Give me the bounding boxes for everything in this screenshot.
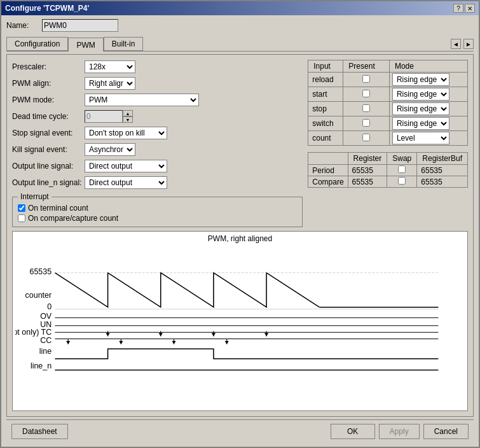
period-swap-checkbox[interactable] bbox=[398, 165, 406, 173]
pwm-mode-row: PWM mode: PWM bbox=[12, 93, 303, 107]
period-registerbuf: 65535 bbox=[417, 165, 468, 176]
output-line-n-select[interactable]: Direct output bbox=[85, 176, 167, 189]
signal-mode-switch: Rising edge bbox=[389, 116, 467, 131]
signal-col-mode: Mode bbox=[389, 60, 467, 73]
signal-col-present: Present bbox=[343, 60, 390, 73]
signal-table: Input Present Mode reload Rising edge bbox=[308, 60, 468, 146]
main-panel: Prescaler: 128x PWM align: Right align P… bbox=[6, 54, 474, 417]
name-label: Name: bbox=[6, 21, 38, 30]
wf-line-signal bbox=[55, 349, 438, 359]
main-window: Configure 'TCPWM_P4' ? ✕ Name: Configura… bbox=[0, 0, 480, 448]
count-checkbox[interactable] bbox=[362, 134, 370, 141]
signal-mode-start: Rising edge bbox=[389, 87, 467, 102]
output-line-row: Output line signal: Direct output bbox=[12, 159, 303, 173]
tab-configuration[interactable]: Configuration bbox=[6, 37, 68, 51]
footer-right: OK Apply Cancel bbox=[331, 424, 469, 439]
prescaler-label: Prescaler: bbox=[12, 62, 82, 71]
kill-signal-select[interactable]: Asynchronous bbox=[85, 143, 135, 156]
register-table: Register Swap RegisterBuf Period 65535 6… bbox=[308, 152, 468, 188]
datasheet-button[interactable]: Datasheet bbox=[11, 424, 68, 439]
prescaler-row: Prescaler: 128x bbox=[12, 60, 303, 74]
signal-col-input: Input bbox=[308, 60, 343, 73]
apply-button[interactable]: Apply bbox=[379, 424, 420, 439]
wf-tc-arrow-4 bbox=[264, 333, 268, 336]
tab-prev-button[interactable]: ◄ bbox=[451, 39, 461, 49]
stop-signal-select[interactable]: Don't stop on kill bbox=[85, 127, 167, 139]
wf-tc-arrow-1 bbox=[106, 333, 109, 336]
cancel-button[interactable]: Cancel bbox=[423, 424, 469, 439]
interrupt-legend: Interrupt bbox=[18, 192, 51, 201]
title-bar-buttons: ? ✕ bbox=[453, 4, 475, 13]
dead-time-down-button[interactable]: ▼ bbox=[123, 116, 133, 123]
wf-label-zero: 0 bbox=[47, 302, 51, 311]
right-section: Input Present Mode reload Rising edge bbox=[308, 60, 468, 227]
ok-button[interactable]: OK bbox=[331, 424, 375, 439]
wf-label-counter: counter bbox=[25, 291, 52, 300]
prescaler-select[interactable]: 128x bbox=[85, 60, 135, 73]
start-mode-select[interactable]: Rising edge bbox=[392, 88, 449, 101]
pwm-align-label: PWM align: bbox=[12, 79, 82, 88]
switch-checkbox[interactable] bbox=[362, 119, 370, 127]
compare-label: Compare bbox=[308, 176, 348, 188]
waveform-canvas: 65535 counter 0 OV UN (interrupt only) T… bbox=[15, 246, 465, 379]
output-line-select[interactable]: Direct output bbox=[85, 160, 167, 172]
signal-present-stop bbox=[343, 102, 390, 116]
table-row: switch Rising edge bbox=[308, 116, 468, 131]
terminal-count-label: On terminal count bbox=[28, 204, 88, 213]
wf-tc-arrow-3 bbox=[212, 333, 216, 336]
signal-input-start: start bbox=[308, 87, 343, 102]
signal-input-count: count bbox=[308, 131, 343, 146]
interrupt-group: Interrupt On terminal count On compare/c… bbox=[12, 192, 303, 227]
period-register: 65535 bbox=[348, 165, 387, 176]
waveform-svg: 65535 counter 0 OV UN (interrupt only) T… bbox=[15, 246, 465, 379]
reg-col-registerbuf: RegisterBuf bbox=[417, 153, 468, 165]
help-button[interactable]: ? bbox=[453, 4, 463, 13]
count-mode-select[interactable]: Level bbox=[392, 132, 449, 144]
pwm-mode-select[interactable]: PWM bbox=[85, 94, 199, 106]
kill-signal-row: Kill signal event: Asynchronous bbox=[12, 143, 303, 157]
tab-nav: ◄ ► bbox=[451, 39, 474, 49]
signal-present-reload bbox=[343, 73, 390, 87]
wf-label-cc: CC bbox=[40, 336, 51, 345]
close-button[interactable]: ✕ bbox=[465, 4, 475, 13]
dead-time-input-group: ▲ ▼ bbox=[85, 110, 133, 123]
wf-cc-arrow-4 bbox=[225, 341, 229, 344]
dead-time-input[interactable] bbox=[85, 110, 123, 123]
stop-signal-label: Stop signal event: bbox=[12, 129, 82, 137]
period-swap bbox=[387, 165, 417, 176]
table-row: start Rising edge bbox=[308, 87, 468, 102]
reload-checkbox[interactable] bbox=[362, 75, 370, 83]
output-line-n-row: Output line_n signal: Direct output bbox=[12, 176, 303, 190]
tab-builtin[interactable]: Built-in bbox=[104, 37, 144, 51]
content-area: Name: Configuration PWM Built-in ◄ ► bbox=[1, 15, 479, 447]
stop-checkbox[interactable] bbox=[362, 104, 370, 112]
signal-input-stop: stop bbox=[308, 102, 343, 116]
signal-mode-count: Level bbox=[389, 131, 467, 146]
switch-mode-select[interactable]: Rising edge bbox=[392, 117, 449, 130]
wf-label-line: line bbox=[39, 347, 51, 356]
tab-next-button[interactable]: ► bbox=[463, 39, 474, 49]
signal-input-switch: switch bbox=[308, 116, 343, 131]
pwm-align-select[interactable]: Right align bbox=[85, 77, 135, 90]
dead-time-up-button[interactable]: ▲ bbox=[123, 110, 133, 116]
wf-counter-line bbox=[55, 273, 319, 307]
waveform-title: PWM, right aligned bbox=[15, 234, 465, 243]
signal-present-count bbox=[343, 131, 390, 146]
name-input[interactable] bbox=[42, 19, 118, 32]
reg-col-register: Register bbox=[348, 153, 387, 165]
compare-swap-checkbox[interactable] bbox=[398, 177, 406, 185]
stop-signal-row: Stop signal event: Don't stop on kill bbox=[12, 126, 303, 140]
compare-capture-checkbox[interactable] bbox=[18, 214, 25, 222]
pwm-mode-label: PWM mode: bbox=[12, 95, 82, 104]
reload-mode-select[interactable]: Rising edge bbox=[392, 73, 449, 86]
tab-pwm[interactable]: PWM bbox=[68, 38, 103, 52]
signal-input-reload: reload bbox=[308, 73, 343, 87]
table-row: Compare 65535 65535 bbox=[308, 176, 468, 188]
start-checkbox[interactable] bbox=[362, 90, 370, 97]
compare-register: 65535 bbox=[348, 176, 387, 188]
terminal-count-checkbox[interactable] bbox=[18, 204, 25, 212]
wf-cc-arrow-3 bbox=[172, 341, 175, 344]
period-label: Period bbox=[308, 165, 348, 176]
stop-mode-select[interactable]: Rising edge bbox=[392, 102, 449, 115]
waveform-section: PWM, right aligned 65535 counter 0 OV UN… bbox=[12, 231, 468, 411]
